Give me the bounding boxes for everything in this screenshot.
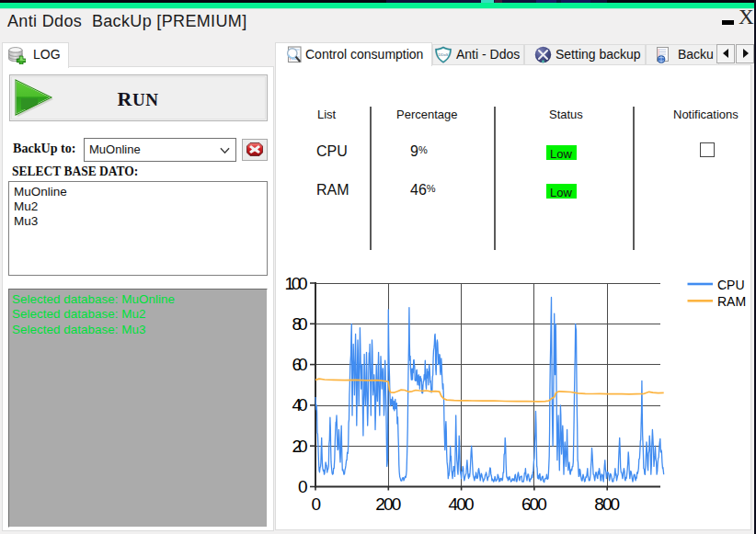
svg-text:200: 200	[375, 494, 401, 514]
svg-text:CPU: CPU	[717, 278, 745, 292]
svg-text:DDoS: DDoS	[438, 52, 448, 57]
svg-text:400: 400	[449, 494, 475, 514]
svg-text:60: 60	[292, 355, 308, 374]
svg-text:40: 40	[292, 395, 308, 415]
svg-text:0: 0	[312, 494, 322, 514]
svg-text:80: 80	[292, 314, 308, 334]
svg-text:0: 0	[298, 477, 308, 496]
svg-text:800: 800	[594, 494, 620, 514]
svg-text:RAM: RAM	[717, 294, 746, 309]
svg-text:20: 20	[292, 437, 308, 456]
svg-text:600: 600	[521, 494, 547, 514]
svg-text:100: 100	[285, 274, 308, 293]
